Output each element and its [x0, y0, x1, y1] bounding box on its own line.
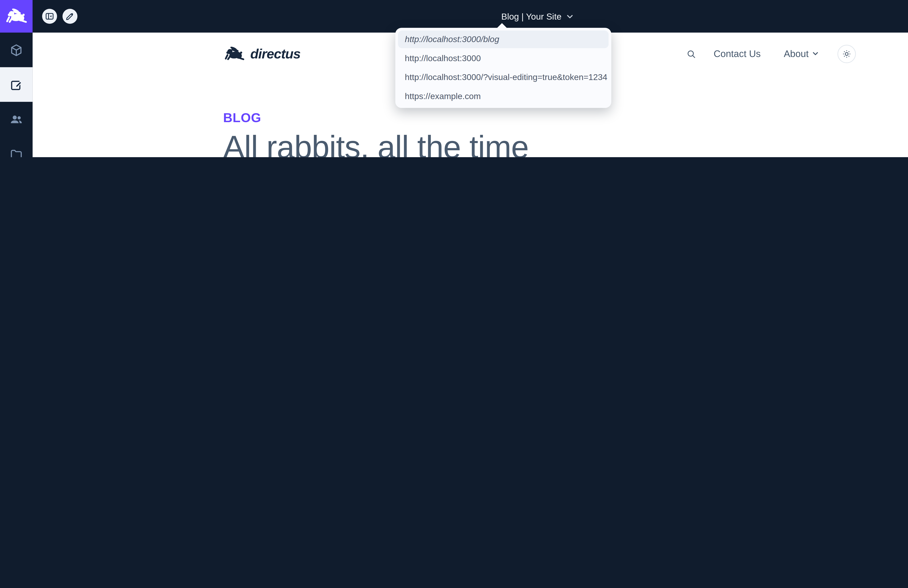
url-option-root[interactable]: http://localhost:3000	[398, 50, 609, 67]
blog-eyebrow: BLOG	[223, 111, 855, 125]
search-icon	[686, 48, 696, 59]
site-logo[interactable]: directus	[223, 45, 301, 62]
url-option-visual-editing[interactable]: http://localhost:3000/?visual-editing=tr…	[398, 69, 609, 86]
folder-icon	[10, 147, 23, 157]
blog-heading: All rabbits, all the time	[223, 130, 855, 157]
collapse-sidebar-button[interactable]	[42, 9, 57, 24]
sidebar-item-user-directory[interactable]	[0, 102, 33, 137]
chevron-down-icon	[566, 14, 573, 19]
search-button[interactable]	[686, 48, 696, 59]
nav-about-label: About	[784, 48, 809, 59]
nav-link-about[interactable]: About	[784, 48, 818, 59]
directus-app-logo[interactable]	[0, 0, 33, 33]
rabbit-logo-icon	[5, 8, 28, 25]
site-wordmark: directus	[250, 46, 300, 61]
url-option-example[interactable]: https://example.com	[398, 87, 609, 105]
url-dropdown-menu: http://localhost:3000/blog http://localh…	[395, 28, 611, 108]
blog-section: BLOG All rabbits, all the time	[223, 111, 855, 157]
directus-visual-editor-window: Blog | Your Site 1860 × 1020 100% direct…	[0, 0, 908, 157]
module-sidebar	[0, 0, 33, 157]
nav-link-contact[interactable]: Contact Us	[714, 48, 761, 59]
sidebar-item-visual-editor[interactable]	[0, 67, 33, 102]
edit-square-icon	[10, 78, 23, 91]
chevron-down-icon	[812, 51, 818, 56]
sidebar-item-file-library[interactable]	[0, 137, 33, 157]
collapse-panel-icon	[45, 11, 54, 21]
sidebar-item-content[interactable]	[0, 33, 33, 67]
edit-mode-button[interactable]	[63, 9, 77, 24]
pencil-icon	[65, 11, 75, 21]
sun-icon	[841, 48, 851, 59]
rabbit-logo-icon	[223, 45, 245, 62]
url-option-blog[interactable]: http://localhost:3000/blog	[398, 31, 609, 48]
page-switcher-label: Blog | Your Site	[501, 11, 562, 21]
cube-icon	[10, 43, 23, 57]
site-nav: Contact Us About	[686, 45, 855, 63]
theme-toggle-button[interactable]	[837, 45, 855, 63]
people-icon	[10, 112, 23, 126]
